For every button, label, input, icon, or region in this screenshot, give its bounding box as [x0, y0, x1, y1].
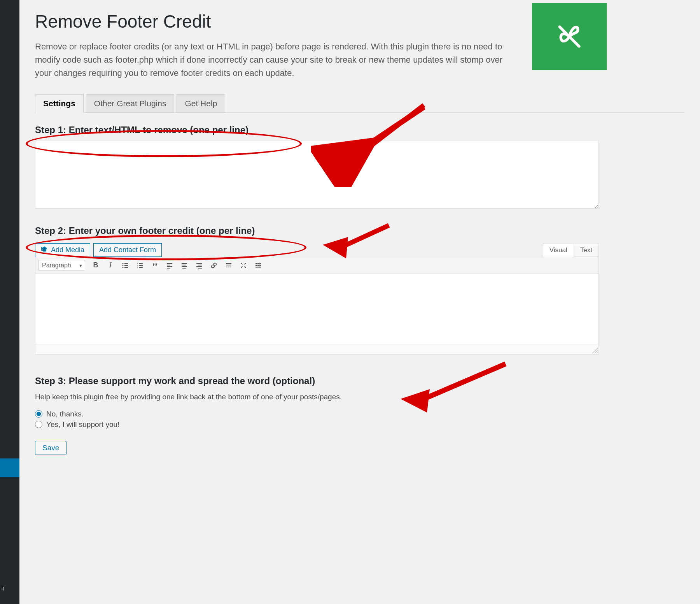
- save-button[interactable]: Save: [35, 441, 66, 455]
- tab-get-help[interactable]: Get Help: [177, 94, 225, 112]
- editor-tab-visual[interactable]: Visual: [543, 244, 574, 257]
- plugin-logo: [532, 3, 607, 70]
- svg-rect-38: [257, 263, 259, 264]
- page-title: Remove Footer Credit: [35, 11, 506, 32]
- radio-no-thanks-label: No, thanks.: [46, 410, 84, 418]
- svg-rect-24: [182, 263, 187, 264]
- blockquote-button[interactable]: [148, 260, 161, 271]
- step2-heading: Step 2: Enter your own footer credit (on…: [35, 225, 684, 236]
- support-text: Help keep this plugin free by providing …: [35, 393, 684, 401]
- svg-rect-11: [124, 265, 128, 266]
- svg-point-12: [122, 267, 124, 268]
- step3-heading: Step 3: Please support my work and sprea…: [35, 376, 684, 386]
- svg-rect-21: [167, 265, 170, 265]
- radio-yes-support-input[interactable]: [35, 421, 42, 428]
- svg-rect-19: [139, 267, 143, 268]
- svg-rect-29: [198, 265, 202, 265]
- svg-rect-23: [167, 268, 170, 269]
- insert-more-button[interactable]: [222, 260, 235, 271]
- svg-rect-36: [230, 267, 231, 267]
- step1-heading: Step 1: Enter text/HTML to remove (one p…: [35, 125, 684, 135]
- radio-no-thanks[interactable]: No, thanks.: [35, 410, 684, 418]
- svg-rect-20: [167, 263, 172, 264]
- tabs-container: Settings Other Great Plugins Get Help: [35, 94, 684, 112]
- svg-rect-28: [196, 263, 202, 264]
- svg-rect-37: [256, 263, 257, 264]
- italic-button[interactable]: I: [104, 260, 117, 271]
- radio-yes-support[interactable]: Yes, I will support you!: [35, 420, 684, 429]
- add-media-button[interactable]: Add Media: [35, 243, 90, 257]
- svg-rect-33: [226, 265, 231, 265]
- svg-rect-17: [139, 265, 143, 266]
- toolbar-toggle-button[interactable]: [252, 260, 265, 271]
- numbered-list-button[interactable]: 123: [133, 260, 147, 271]
- remove-text-textarea[interactable]: [35, 141, 599, 209]
- svg-rect-31: [198, 268, 202, 269]
- insert-link-button[interactable]: [207, 260, 220, 271]
- svg-point-10: [122, 265, 124, 266]
- radio-no-thanks-input[interactable]: [35, 410, 42, 418]
- svg-rect-27: [182, 268, 186, 269]
- svg-rect-35: [228, 267, 229, 267]
- svg-rect-40: [256, 265, 257, 266]
- svg-rect-13: [124, 267, 128, 268]
- svg-text:3: 3: [137, 266, 138, 269]
- svg-rect-30: [196, 266, 202, 267]
- editor-tab-text[interactable]: Text: [574, 244, 599, 257]
- svg-rect-41: [257, 265, 259, 266]
- media-icon: [41, 246, 48, 255]
- add-contact-form-label: Add Contact Form: [99, 246, 156, 254]
- plugin-logo-icon: [554, 21, 584, 52]
- page-intro: Remove or replace footer credits (or any…: [35, 40, 506, 80]
- format-select[interactable]: Paragraph: [38, 260, 85, 270]
- add-media-label: Add Media: [51, 246, 84, 254]
- svg-rect-43: [256, 267, 261, 268]
- editor-toolbar: Paragraph B I 123: [35, 257, 598, 274]
- svg-point-8: [122, 263, 124, 264]
- support-radio-group: No, thanks. Yes, I will support you!: [35, 410, 684, 429]
- svg-rect-42: [259, 265, 261, 266]
- radio-yes-support-label: Yes, I will support you!: [46, 420, 119, 429]
- sidebar-truncated-label: it: [0, 586, 4, 592]
- svg-rect-32: [226, 263, 231, 264]
- fullscreen-button[interactable]: [237, 260, 250, 271]
- svg-rect-25: [182, 265, 186, 265]
- editor-resize-handle-icon[interactable]: [592, 348, 598, 353]
- align-right-button[interactable]: [192, 260, 206, 271]
- align-left-button[interactable]: [163, 260, 176, 271]
- tab-settings[interactable]: Settings: [35, 94, 84, 112]
- sidebar-active-indicator[interactable]: [0, 458, 19, 477]
- svg-rect-9: [124, 263, 128, 264]
- svg-rect-26: [182, 266, 187, 267]
- tab-other-plugins[interactable]: Other Great Plugins: [86, 94, 175, 112]
- admin-sidebar: it: [0, 0, 19, 604]
- svg-rect-39: [259, 263, 261, 264]
- svg-rect-22: [167, 266, 172, 267]
- editor-statusbar: [35, 344, 598, 354]
- content-area: Remove Footer Credit Remove or replace f…: [19, 0, 700, 604]
- svg-rect-15: [139, 263, 143, 264]
- bold-button[interactable]: B: [89, 260, 102, 271]
- align-center-button[interactable]: [178, 260, 191, 271]
- bullet-list-button[interactable]: [119, 260, 132, 271]
- svg-rect-34: [226, 267, 228, 267]
- add-contact-form-button[interactable]: Add Contact Form: [93, 243, 162, 257]
- rich-text-editor: Paragraph B I 123: [35, 257, 599, 355]
- editor-body[interactable]: [35, 274, 598, 344]
